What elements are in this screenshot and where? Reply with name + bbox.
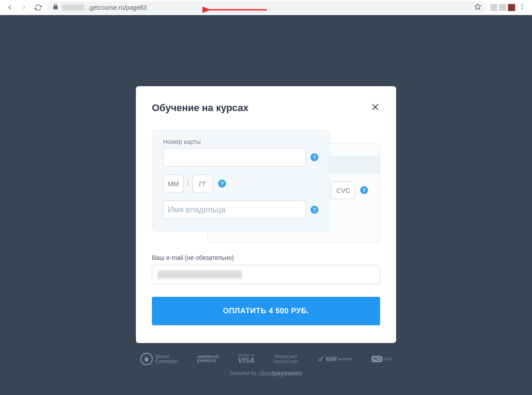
payment-modal: Обучение на курсах ? Номер карты [136,86,396,343]
svg-marker-0 [475,4,480,9]
help-icon[interactable]: ? [310,153,318,161]
extension-icon[interactable] [499,4,506,11]
reload-button[interactable] [33,2,44,13]
bookmark-star-icon[interactable] [474,3,481,12]
cvc-input[interactable] [331,181,355,199]
secured-by-line: Secured by cloudpayments [230,370,302,377]
pay-button[interactable]: ОПЛАТИТЬ 4 500 РУБ. [152,297,380,325]
card-number-input[interactable] [163,148,306,167]
expiry-month-input[interactable] [163,175,183,192]
card-number-field[interactable] [168,148,301,166]
url-text: .getcourse.ru/page83 [88,4,147,11]
mastercard-badge: Mastercard SecureCode [274,354,298,364]
extension-icon[interactable] [490,4,497,11]
card-visual-area: ? Номер карты ? / [152,130,380,245]
page-body: Обучение на курсах ? Номер карты [0,15,532,395]
cardholder-input[interactable] [163,200,306,219]
key-icon [318,355,325,363]
address-bar[interactable]: .getcourse.ru/page83 [47,1,487,14]
extension-icon[interactable] [508,4,515,11]
svg-point-5 [522,8,523,9]
cardholder-field[interactable] [168,201,301,219]
toolbar-right [490,3,528,12]
slash-separator: / [187,180,189,188]
help-icon[interactable]: ? [218,180,226,188]
forward-button[interactable] [19,2,29,13]
secure-text-1: Secure [155,354,178,359]
close-button[interactable] [370,102,380,114]
url-redacted [62,4,84,11]
secure-connection-badge: Secure Connection [140,353,178,365]
card-front: Номер карты ? / ? [152,130,330,231]
email-input[interactable] [152,265,380,284]
expiry-year-input[interactable] [192,175,213,192]
kebab-menu-icon[interactable] [517,3,528,12]
expiry-year-field[interactable] [193,175,212,192]
help-icon[interactable]: ? [310,206,318,214]
amex-badge: AMERICAN EXPRESS [197,355,219,363]
mir-badge: MIRACCEPT [318,355,353,363]
visa-badge: Verified by VISA [238,354,254,364]
browser-toolbar: .getcourse.ru/page83 [0,0,532,15]
email-redacted [158,271,242,279]
secure-text-2: Connection [155,359,178,364]
expiry-month-field[interactable] [163,175,183,192]
help-icon[interactable]: ? [360,186,368,194]
lock-circle-icon [140,353,153,365]
card-number-label: Номер карты [163,138,318,145]
svg-point-4 [522,6,523,7]
pci-badge: PCI DSS [372,356,392,362]
red-arrow-annotation [202,5,269,16]
lock-icon [52,4,59,11]
payment-footer: Secure Connection AMERICAN EXPRESS Verif… [136,353,396,377]
modal-title: Обучение на курсах [152,102,249,114]
email-label: Ваш e-mail (не обязательно) [152,254,380,261]
svg-point-3 [522,4,523,5]
cvc-field[interactable] [332,182,355,199]
back-button[interactable] [4,2,15,13]
